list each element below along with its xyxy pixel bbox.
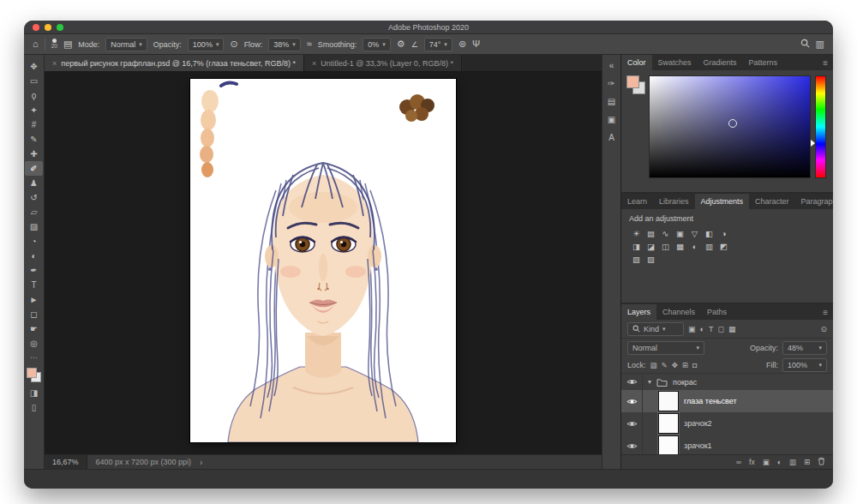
brush-tool[interactable]: ✐: [25, 161, 43, 176]
layer-row-group[interactable]: ▾ покрас: [621, 374, 833, 390]
marquee-tool[interactable]: ▭: [25, 74, 43, 88]
lock-pixels-icon[interactable]: ✎: [662, 361, 668, 369]
tab-gradients[interactable]: Gradients: [698, 55, 743, 70]
filter-adjustment-layers-icon[interactable]: ◐: [700, 325, 704, 333]
type-tool[interactable]: T: [25, 278, 43, 292]
link-layers-icon[interactable]: ∞: [736, 458, 741, 466]
layer-thumbnail[interactable]: [658, 435, 679, 454]
edit-toolbar-icon[interactable]: ⋯: [30, 353, 38, 362]
layer-row-selected[interactable]: глаза теньсвет: [621, 390, 833, 412]
foreground-color-swatch[interactable]: [27, 368, 37, 378]
hue-slider-pointer[interactable]: [811, 140, 815, 147]
tab-layers[interactable]: Layers: [621, 304, 656, 320]
add-layer-mask-icon[interactable]: ▣: [763, 458, 770, 466]
screen-mode-icon[interactable]: ▯: [25, 400, 43, 415]
color-field-cursor[interactable]: [728, 119, 737, 128]
character-panel-icon[interactable]: A: [608, 133, 614, 142]
eyedropper-tool[interactable]: ✎: [25, 132, 43, 147]
brush-presets-icon[interactable]: ▤: [608, 97, 615, 106]
zoom-tool[interactable]: ◎: [25, 336, 43, 351]
paint-symmetry-icon[interactable]: Ψ: [472, 39, 480, 49]
adjustment-icon-exposure[interactable]: ▣: [673, 227, 687, 240]
fill-dropdown[interactable]: 100%: [782, 358, 827, 372]
canvas-artwork[interactable]: [190, 79, 456, 442]
tab-character[interactable]: Character: [749, 194, 795, 209]
quick-mask-icon[interactable]: ◨: [25, 386, 43, 400]
eraser-tool[interactable]: ▱: [25, 205, 43, 219]
zoom-window-button[interactable]: [57, 24, 63, 31]
lock-position-icon[interactable]: ✥: [672, 361, 678, 369]
delete-layer-icon[interactable]: [818, 457, 825, 467]
adjustment-icon-vibrance[interactable]: ▽: [687, 227, 702, 240]
new-group-icon[interactable]: ▥: [789, 458, 796, 466]
blend-mode-dropdown[interactable]: Normal: [627, 341, 704, 355]
brush-angle-dropdown[interactable]: 74°: [424, 38, 452, 51]
adjustment-icon-posterize[interactable]: ▥: [702, 240, 716, 253]
zoom-level[interactable]: 16,67%: [45, 455, 87, 469]
brush-settings-panel-icon[interactable]: ▤: [63, 39, 72, 49]
move-tool[interactable]: ✥: [25, 59, 43, 74]
flow-dropdown[interactable]: 38%: [268, 38, 301, 51]
titlebar[interactable]: Adobe Photoshop 2020: [24, 21, 833, 34]
tab-learn[interactable]: Learn: [621, 194, 653, 209]
dodge-tool[interactable]: ◐: [25, 249, 43, 263]
adjustment-icon-photo-filter[interactable]: ◪: [644, 240, 658, 253]
tab-paragraph[interactable]: Paragraph: [795, 194, 833, 209]
tab-channels[interactable]: Channels: [656, 304, 701, 320]
minimize-window-button[interactable]: [45, 24, 51, 31]
pen-tool[interactable]: ✒: [25, 263, 43, 278]
pressure-size-icon[interactable]: ⊚: [458, 39, 466, 49]
brush-preset-picker[interactable]: 20: [51, 39, 57, 50]
document-tab-inactive[interactable]: × Untitled-1 @ 33,3% (Layer 0, RGB/8) *: [304, 55, 462, 71]
layer-thumbnail[interactable]: [658, 391, 679, 411]
status-options-chevron-icon[interactable]: ›: [200, 458, 202, 467]
filter-shape-layers-icon[interactable]: ◻: [717, 325, 723, 333]
adjustment-icon-levels[interactable]: ▤: [644, 227, 658, 240]
adjustment-icon-hue-saturation[interactable]: ◧: [702, 227, 716, 240]
history-brush-tool[interactable]: ↺: [25, 190, 43, 205]
close-window-button[interactable]: [33, 24, 39, 31]
layer-filter-kind-dropdown[interactable]: Kind: [627, 322, 684, 336]
panel-menu-icon[interactable]: ≡: [818, 55, 833, 70]
group-expand-chevron-icon[interactable]: ▾: [648, 378, 651, 386]
pressure-opacity-icon[interactable]: ⊙: [230, 39, 237, 49]
panel-menu-icon[interactable]: ≡: [818, 304, 833, 320]
brush-settings-icon[interactable]: ✑: [608, 79, 614, 88]
color-field[interactable]: [649, 75, 811, 178]
hand-tool[interactable]: ☛: [25, 321, 43, 336]
hue-slider[interactable]: [815, 75, 826, 178]
lock-all-icon[interactable]: ◘: [692, 361, 697, 369]
adjustment-icon-curves[interactable]: ∿: [658, 227, 673, 240]
adjustment-icon-brightness-contrast[interactable]: ☀: [629, 227, 644, 240]
path-selection-tool[interactable]: ►: [25, 292, 43, 307]
quick-selection-tool[interactable]: ✦: [25, 103, 43, 117]
crop-tool[interactable]: #: [25, 117, 43, 132]
filter-smart-objects-icon[interactable]: ▦: [728, 325, 736, 333]
search-icon[interactable]: [800, 39, 810, 50]
layer-row[interactable]: зрачок1: [621, 435, 833, 454]
close-tab-icon[interactable]: ×: [52, 59, 57, 68]
adjustment-icon-invert[interactable]: ◐: [687, 240, 702, 253]
tab-paths[interactable]: Paths: [701, 304, 733, 320]
tab-adjustments[interactable]: Adjustments: [695, 194, 750, 209]
layer-effects-icon[interactable]: fx: [749, 458, 755, 466]
layer-visibility-toggle[interactable]: [621, 374, 643, 390]
adjustment-icon-black-white[interactable]: ◨: [629, 240, 644, 253]
layer-visibility-toggle[interactable]: [621, 412, 643, 435]
adjustment-icon-channel-mixer[interactable]: ◫: [658, 240, 673, 253]
lock-transparency-icon[interactable]: ▨: [650, 361, 657, 369]
new-layer-icon[interactable]: ⊞: [804, 458, 810, 466]
home-icon[interactable]: ⌂: [33, 39, 39, 49]
smoothing-options-gear-icon[interactable]: ⚙: [397, 39, 405, 49]
clone-stamp-tool[interactable]: ♟: [25, 176, 43, 190]
workspace-switcher-icon[interactable]: ▥: [816, 39, 824, 49]
foreground-color-swatch[interactable]: [626, 75, 639, 88]
layer-row[interactable]: зрачок2: [621, 412, 833, 435]
lasso-tool[interactable]: ϙ: [25, 88, 43, 103]
layer-visibility-toggle[interactable]: [621, 435, 643, 454]
foreground-background-swatches[interactable]: [27, 368, 41, 382]
healing-brush-tool[interactable]: ✚: [25, 147, 43, 161]
filter-type-layers-icon[interactable]: T: [709, 325, 714, 333]
lock-artboard-icon[interactable]: ⊞: [682, 361, 688, 369]
document-tab-active[interactable]: × первый рисунок графплан.psd @ 16,7% (г…: [45, 55, 304, 71]
